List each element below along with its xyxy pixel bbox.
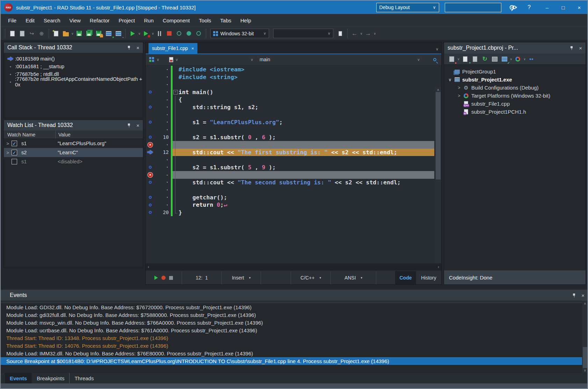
open-file-icon[interactable] (61, 29, 70, 38)
breakable-line-icon[interactable] (149, 166, 152, 169)
menu-item-file[interactable]: File (3, 14, 21, 27)
desktop-layout-selector[interactable]: Debug Layout ∨ (376, 3, 439, 12)
new-items-icon[interactable] (8, 29, 16, 38)
fold-margin[interactable] (173, 89, 179, 96)
step-over-icon[interactable] (175, 29, 183, 38)
disabled-breakpoint-icon[interactable]: ✕ (148, 172, 153, 177)
run-icon[interactable] (154, 276, 158, 280)
callstack-frame[interactable]: ●:77687b2e ntdll.RtlGetAppContainerNamed… (4, 78, 143, 86)
maximize-button[interactable]: □ (555, 1, 571, 14)
save-all-icon[interactable] (85, 29, 93, 38)
method-selector[interactable]: ∨ main (251, 57, 270, 62)
scroll-up-icon[interactable]: ∧ (582, 302, 588, 305)
tree-chevron-icon[interactable]: ∨ (447, 77, 453, 82)
menu-item-help[interactable]: Help (236, 14, 256, 27)
code-line[interactable]: ·#include <iostream> (146, 66, 441, 73)
code-line[interactable]: ✕- (146, 171, 441, 179)
tab-events[interactable]: Events (5, 373, 32, 383)
project-tree-item[interactable]: C++substr_File1.cpp (447, 100, 586, 108)
code-line[interactable]: · (146, 186, 441, 194)
gutter-marker-column[interactable] (146, 149, 155, 156)
event-row[interactable]: Module Load: GDI32.dll. No Debug Info. B… (1, 303, 588, 311)
event-row[interactable]: Thread Start: Thread ID: 14076. Process … (1, 342, 588, 349)
remove-file-from-project-icon[interactable]: − (114, 29, 123, 38)
gutter-marker-column[interactable] (146, 156, 155, 164)
stop-icon[interactable] (169, 276, 173, 280)
scroll-up-icon[interactable]: ∧ (435, 88, 441, 92)
editor-tab[interactable]: substr_File1.cpp × (148, 43, 197, 54)
menu-item-edit[interactable]: Edit (21, 14, 39, 27)
refresh-icon[interactable]: ↻ (481, 55, 489, 63)
tab-close-icon[interactable]: × (191, 46, 194, 51)
navigate-back-icon[interactable]: ← (350, 29, 359, 38)
gutter-marker-column[interactable] (146, 194, 155, 201)
tab-threads[interactable]: Threads (69, 373, 99, 383)
minimize-button[interactable]: – (539, 1, 555, 14)
callstack-frame[interactable]: :00181589 main() (4, 55, 143, 63)
project-tree-item[interactable]: >Target Platforms (Windows 32-bit) (447, 92, 586, 100)
undo-icon[interactable]: ↪ (28, 29, 36, 38)
expand-icon[interactable]: > (4, 141, 12, 146)
watch-row[interactable]: s1<disabled> (4, 157, 143, 166)
code-line-body[interactable] (173, 81, 434, 89)
breakable-line-icon[interactable] (149, 211, 152, 214)
event-row[interactable]: Module Load: msvcp_win.dll. No Debug Inf… (1, 319, 588, 326)
code-line[interactable]: · std::string s1, s2; (146, 104, 441, 111)
watch-checkbox[interactable] (12, 159, 17, 164)
gutter-marker-column[interactable] (146, 104, 155, 111)
build-groups-icon[interactable] (491, 55, 499, 63)
close-button[interactable]: × (571, 1, 587, 14)
chevron-down-icon[interactable]: ∨ (360, 32, 363, 35)
pin-icon[interactable] (127, 123, 131, 128)
events-scrollbar[interactable]: ∧ ∨ (582, 301, 588, 373)
breakable-line-icon[interactable] (149, 106, 152, 108)
chevron-down-icon[interactable]: ∨ (157, 57, 159, 62)
gutter-marker-column[interactable] (146, 119, 155, 126)
code-line-body[interactable]: #include <string> (173, 73, 434, 81)
project-tree-item[interactable]: >⚙Build Configurations (Debug) (447, 84, 586, 92)
encoding-selector[interactable]: ANSI ▾ (331, 271, 376, 284)
code-line[interactable]: 20} (146, 209, 441, 217)
code-line[interactable]: ·#include <string> (146, 73, 441, 81)
code-line[interactable]: · (146, 126, 441, 134)
chevron-down-icon[interactable]: ∨ (71, 32, 74, 35)
breakable-line-icon[interactable] (149, 204, 152, 206)
code-line[interactable]: 10 s2 = s1.substr( 0 , 6 ); (146, 134, 441, 141)
gutter-marker-column[interactable] (146, 111, 155, 119)
code-line-body[interactable] (173, 141, 434, 149)
close-icon[interactable]: × (136, 122, 139, 128)
new-file-icon[interactable]: * (52, 29, 60, 38)
run-until-return-icon[interactable] (195, 29, 203, 38)
chevron-down-icon[interactable]: ∨ (152, 32, 154, 35)
module-view-icon[interactable] (149, 57, 154, 62)
watch-row[interactable]: >✓s1"LearnCPlusPlus.org" (4, 139, 143, 148)
globe-icon[interactable]: ⊕ (37, 29, 46, 38)
callstack-frame[interactable]: ●:001a1681 ; __startup (4, 63, 143, 70)
unit-file-icon[interactable] (169, 57, 173, 62)
scroll-left-icon[interactable]: ‹ (148, 264, 149, 269)
code-line-body[interactable]: return 0;↵ (173, 201, 434, 209)
tree-chevron-icon[interactable]: > (456, 93, 462, 98)
chevron-down-icon[interactable]: ∨ (457, 57, 460, 61)
menu-item-refactor[interactable]: Refactor (85, 14, 114, 27)
code-line-body[interactable]: s2 = s1.substr( 0 , 6 ); (173, 134, 434, 141)
platforms-icon[interactable] (514, 55, 522, 63)
gutter-marker-column[interactable] (146, 179, 155, 186)
gutter-marker-column[interactable] (146, 201, 155, 209)
code-line-body[interactable]: #include <iostream> (173, 66, 434, 73)
tree-chevron-icon[interactable]: > (456, 85, 462, 90)
close-icon[interactable]: × (136, 45, 139, 51)
breakable-line-icon[interactable] (149, 136, 152, 139)
search-input[interactable] (445, 5, 513, 10)
code-line[interactable]: · std::cout << "The second substring is:… (146, 179, 441, 186)
code-line[interactable]: -{ (146, 96, 441, 104)
tab-breakpoints[interactable]: Breakpoints (32, 373, 69, 383)
tab-history[interactable]: History (416, 271, 441, 284)
gutter-marker-column[interactable] (146, 66, 155, 73)
menu-item-run[interactable]: Run (139, 14, 158, 27)
project-tree-item[interactable]: ProjectGroup1 (447, 68, 586, 76)
breakable-line-icon[interactable] (149, 121, 152, 123)
code-line[interactable]: · s1 = "LearnCPlusPlus.org"; (146, 119, 441, 126)
run-icon[interactable] (129, 29, 137, 38)
scroll-down-icon[interactable]: ∨ (582, 368, 588, 372)
